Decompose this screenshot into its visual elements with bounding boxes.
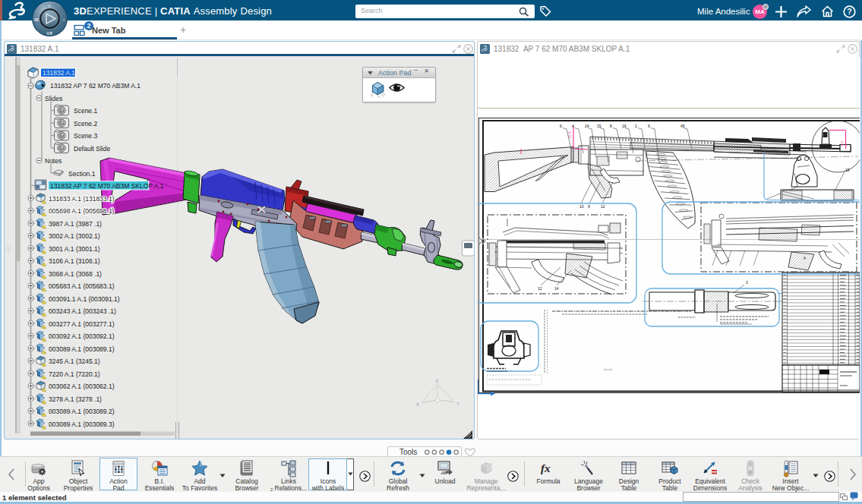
svg-text:3068 A.1 (3068 .1): 3068 A.1 (3068 .1) bbox=[49, 270, 102, 278]
svg-text:003089 A.1 (003089.3): 003089 A.1 (003089.3) bbox=[49, 421, 115, 428]
svg-text:Scene.3: Scene.3 bbox=[74, 132, 97, 140]
svg-text:4: 4 bbox=[572, 124, 574, 128]
svg-text:003062 A.1 (003062.1): 003062 A.1 (003062.1) bbox=[49, 383, 115, 390]
svg-text:45: 45 bbox=[680, 124, 685, 128]
svg-text:12: 12 bbox=[538, 286, 542, 291]
svg-text:i: i bbox=[64, 18, 65, 22]
svg-text:V.R: V.R bbox=[47, 32, 53, 36]
svg-text:2: 2 bbox=[635, 124, 637, 128]
svg-text:3D: 3D bbox=[34, 18, 39, 22]
svg-text:003243 A.1 (003243 .1): 003243 A.1 (003243 .1) bbox=[49, 307, 116, 315]
svg-text:3001 A.1 (3001.1): 3001 A.1 (3001.1) bbox=[49, 245, 100, 253]
svg-text:005698 A.1 (005698.1): 005698 A.1 (005698.1) bbox=[49, 207, 115, 215]
svg-text:131832 AP 7 62 M70 AB3M SKLOP: 131832 AP 7 62 M70 AB3M SKLOP A.1 bbox=[50, 182, 164, 190]
svg-text:4: 4 bbox=[804, 256, 806, 260]
svg-text:003277 A.1 (003277.1): 003277 A.1 (003277.1) bbox=[49, 320, 115, 328]
svg-text:003092 A.1 (003092.1): 003092 A.1 (003092.1) bbox=[49, 332, 115, 340]
svg-text:005683 A.1 (005683.1): 005683 A.1 (005683.1) bbox=[49, 282, 115, 290]
svg-text:?: ? bbox=[847, 7, 851, 16]
svg-text:Z: Z bbox=[436, 379, 439, 383]
svg-text:Section.1: Section.1 bbox=[68, 170, 96, 178]
svg-text:003089 A.1 (003089.2): 003089 A.1 (003089.2) bbox=[49, 408, 115, 415]
svg-text:3: 3 bbox=[746, 280, 748, 285]
svg-text:Default Slide: Default Slide bbox=[74, 145, 110, 153]
svg-text:24: 24 bbox=[585, 124, 589, 128]
svg-text:3106 A.1 (3106.1): 3106 A.1 (3106.1) bbox=[49, 257, 100, 265]
svg-text:10: 10 bbox=[579, 204, 584, 209]
svg-text:3245 A.1 (3245.1): 3245 A.1 (3245.1) bbox=[49, 358, 100, 365]
svg-text:9: 9 bbox=[588, 204, 590, 209]
svg-text:Scene.2: Scene.2 bbox=[74, 120, 97, 128]
svg-text:Y: Y bbox=[456, 402, 459, 406]
svg-text:15: 15 bbox=[845, 168, 850, 172]
svg-text:003091.1 A.1 (003091.1): 003091.1 A.1 (003091.1) bbox=[49, 295, 120, 303]
svg-text:003089 A.1 (003089.1): 003089 A.1 (003089.1) bbox=[49, 345, 115, 353]
svg-text:Slides: Slides bbox=[45, 95, 62, 102]
svg-text:Y: Y bbox=[49, 5, 51, 8]
svg-text:131832 AP 7 62 M70 AB3M A.1: 131832 AP 7 62 M70 AB3M A.1 bbox=[50, 82, 141, 90]
svg-text:6: 6 bbox=[560, 124, 562, 128]
svg-text:3278 A.1 (3278 .1): 3278 A.1 (3278 .1) bbox=[49, 395, 102, 403]
svg-text:3987 A.1 (3987 .1): 3987 A.1 (3987 .1) bbox=[49, 220, 102, 228]
svg-text:fx: fx bbox=[541, 462, 551, 474]
svg-text:131833 A.1 (131833.1): 131833 A.1 (131833.1) bbox=[49, 195, 115, 203]
svg-text:131832 A.1: 131832 A.1 bbox=[43, 69, 75, 77]
svg-text:37,5: 37,5 bbox=[568, 131, 572, 138]
svg-text:14: 14 bbox=[554, 286, 559, 291]
svg-text:16: 16 bbox=[622, 124, 627, 128]
svg-text:7220 A.1 (7220.1): 7220 A.1 (7220.1) bbox=[49, 370, 100, 378]
svg-text:X: X bbox=[416, 402, 419, 407]
svg-text:12: 12 bbox=[601, 204, 605, 209]
svg-text:Scene.1: Scene.1 bbox=[74, 107, 97, 115]
svg-text:6,3: 6,3 bbox=[840, 141, 844, 146]
svg-text:9: 9 bbox=[648, 124, 650, 128]
svg-text:Notes: Notes bbox=[45, 157, 62, 165]
svg-text:3002 A.1 (3002.1): 3002 A.1 (3002.1) bbox=[49, 232, 100, 240]
svg-text:15: 15 bbox=[597, 124, 602, 128]
svg-text:8: 8 bbox=[610, 124, 612, 128]
